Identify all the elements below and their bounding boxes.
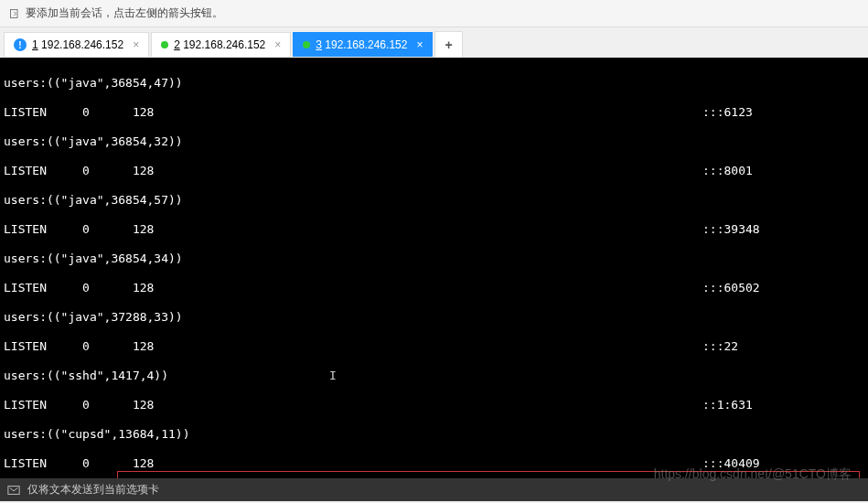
add-session-icon[interactable]: [9, 8, 20, 19]
tab-2-label: 192.168.246.152: [183, 38, 265, 51]
tab-status-green-icon: [303, 41, 310, 48]
tab-2-close-icon[interactable]: ×: [274, 38, 281, 51]
term-line: LISTEN 0 128::1:631: [4, 398, 864, 412]
tab-3-close-icon[interactable]: ×: [416, 38, 423, 51]
term-line: LISTEN 0 128:::22: [4, 339, 864, 354]
term-line: LISTEN 0 128:::40409: [4, 456, 864, 471]
term-line: LISTEN 0 128:::6123: [4, 105, 864, 120]
tip-bar: 要添加当前会话，点击左侧的箭头按钮。: [0, 0, 868, 27]
term-line: users:(("java",37288,33)): [4, 310, 864, 325]
tab-3[interactable]: 3 192.168.246.152 ×: [293, 32, 433, 57]
tab-1-label: 192.168.246.152: [41, 38, 123, 51]
term-line: users:(("java",36854,57)): [4, 193, 864, 208]
tab-status-green-icon: [161, 41, 168, 48]
tab-1[interactable]: ! 1 192.168.246.152 ×: [4, 32, 149, 57]
term-line: users:(("java",36854,47)): [4, 76, 864, 91]
tab-add-button[interactable]: +: [434, 31, 462, 58]
status-bar: 仅将文本发送到当前选项卡: [0, 478, 868, 501]
svg-rect-1: [8, 486, 19, 494]
tab-1-close-icon[interactable]: ×: [133, 38, 139, 51]
tab-2[interactable]: 2 192.168.246.152 ×: [151, 32, 291, 57]
tab-3-label: 192.168.246.152: [325, 38, 407, 51]
tip-text: 要添加当前会话，点击左侧的箭头按钮。: [26, 5, 223, 21]
term-line: users:(("java",36854,34)): [4, 252, 864, 266]
tab-2-num: 2: [174, 38, 180, 51]
terminal[interactable]: users:(("java",36854,47)) LISTEN 0 128::…: [0, 58, 868, 478]
status-text: 仅将文本发送到当前选项卡: [27, 482, 159, 498]
tab-bar: ! 1 192.168.246.152 × 2 192.168.246.152 …: [0, 27, 868, 58]
tab-3-num: 3: [316, 38, 322, 51]
term-line: users:(("java",36854,32)): [4, 134, 864, 149]
term-line: LISTEN 0 128:::39348: [4, 222, 864, 237]
tab-1-num: 1: [32, 38, 38, 51]
term-line: LISTEN 0 128:::8001: [4, 164, 864, 178]
highlight-box: [117, 471, 860, 478]
term-line: users:(("sshd",1417,4)): [4, 369, 864, 383]
term-line: users:(("cupsd",13684,11)): [4, 427, 864, 442]
term-line: LISTEN 0 128:::60502: [4, 281, 864, 295]
tab-status-info-icon: !: [14, 38, 27, 51]
send-mode-icon[interactable]: [7, 484, 20, 497]
